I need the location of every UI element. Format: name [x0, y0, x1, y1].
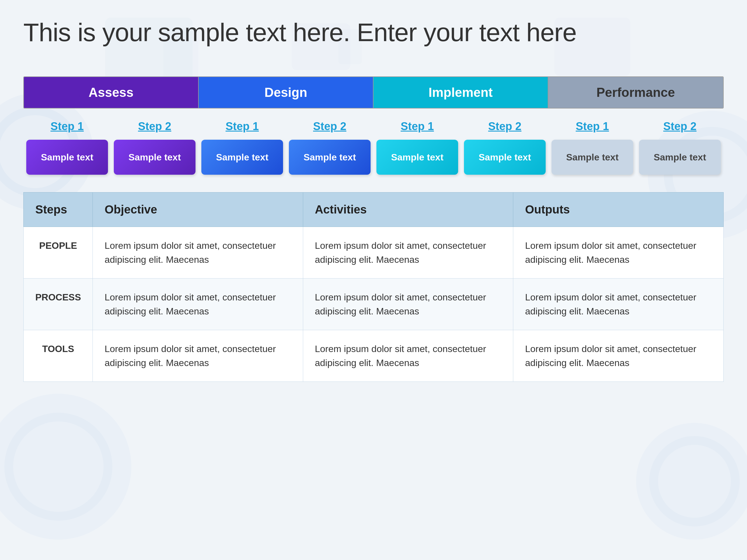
row-label-tools: TOOLS	[24, 330, 93, 382]
implement-step-1-col: Step 1 Sample text	[374, 120, 461, 175]
performance-step-1-box: Sample text	[551, 140, 633, 175]
row-objective-process: Lorem ipsum dolor sit amet, consectetuer…	[93, 278, 303, 330]
table-header-row: Steps Objective Activities Outputs	[24, 192, 724, 227]
svg-point-4	[0, 394, 131, 540]
table-row-people: PEOPLE Lorem ipsum dolor sit amet, conse…	[24, 227, 724, 278]
row-activities-people: Lorem ipsum dolor sit amet, consectetuer…	[303, 227, 513, 278]
assess-step-1-link[interactable]: Step 1	[50, 120, 84, 133]
design-step-1-box: Sample text	[201, 140, 283, 175]
phase-headers-row: Assess Design Implement Performance	[23, 76, 724, 108]
row-activities-process: Lorem ipsum dolor sit amet, consectetuer…	[303, 278, 513, 330]
row-outputs-process: Lorem ipsum dolor sit amet, consectetuer…	[513, 278, 724, 330]
row-objective-people: Lorem ipsum dolor sit amet, consectetuer…	[93, 227, 303, 278]
row-outputs-people: Lorem ipsum dolor sit amet, consectetuer…	[513, 227, 724, 278]
svg-point-5	[9, 417, 108, 516]
steps-row: Step 1 Sample text Step 2 Sample text St…	[23, 120, 724, 175]
design-step-1-link[interactable]: Step 1	[226, 120, 259, 133]
design-step-2-col: Step 2 Sample text	[286, 120, 374, 175]
row-objective-tools: Lorem ipsum dolor sit amet, consectetuer…	[93, 330, 303, 382]
implement-step-2-link[interactable]: Step 2	[488, 120, 521, 133]
design-step-1-col: Step 1 Sample text	[199, 120, 286, 175]
performance-step-1-col: Step 1 Sample text	[548, 120, 636, 175]
row-label-people: PEOPLE	[24, 227, 93, 278]
table-row-process: PROCESS Lorem ipsum dolor sit amet, cons…	[24, 278, 724, 330]
page-title: This is your sample text here. Enter you…	[23, 18, 724, 47]
phase-performance-header: Performance	[548, 77, 723, 108]
assess-step-1-col: Step 1 Sample text	[23, 120, 111, 175]
col-header-activities: Activities	[303, 192, 513, 227]
svg-point-6	[636, 423, 747, 540]
implement-step-2-col: Step 2 Sample text	[461, 120, 548, 175]
svg-point-7	[654, 441, 735, 522]
phase-implement-header: Implement	[374, 77, 548, 108]
row-label-process: PROCESS	[24, 278, 93, 330]
col-header-objective: Objective	[93, 192, 303, 227]
design-step-2-box: Sample text	[289, 140, 370, 175]
performance-step-2-link[interactable]: Step 2	[663, 120, 697, 133]
col-header-steps: Steps	[24, 192, 93, 227]
performance-step-2-box: Sample text	[639, 140, 721, 175]
col-header-outputs: Outputs	[513, 192, 724, 227]
assess-step-2-link[interactable]: Step 2	[138, 120, 171, 133]
row-outputs-tools: Lorem ipsum dolor sit amet, consectetuer…	[513, 330, 724, 382]
phase-assess-header: Assess	[24, 77, 199, 108]
design-step-2-link[interactable]: Step 2	[313, 120, 346, 133]
performance-step-2-col: Step 2 Sample text	[636, 120, 724, 175]
performance-step-1-link[interactable]: Step 1	[576, 120, 609, 133]
implement-step-1-link[interactable]: Step 1	[401, 120, 434, 133]
assess-step-1-box: Sample text	[26, 140, 108, 175]
assess-step-2-box: Sample text	[114, 140, 196, 175]
assess-step-2-col: Step 2 Sample text	[111, 120, 199, 175]
phase-design-header: Design	[199, 77, 374, 108]
data-table: Steps Objective Activities Outputs PEOPL…	[23, 192, 724, 382]
implement-step-2-box: Sample text	[464, 140, 546, 175]
implement-step-1-box: Sample text	[377, 140, 458, 175]
row-activities-tools: Lorem ipsum dolor sit amet, consectetuer…	[303, 330, 513, 382]
table-row-tools: TOOLS Lorem ipsum dolor sit amet, consec…	[24, 330, 724, 382]
